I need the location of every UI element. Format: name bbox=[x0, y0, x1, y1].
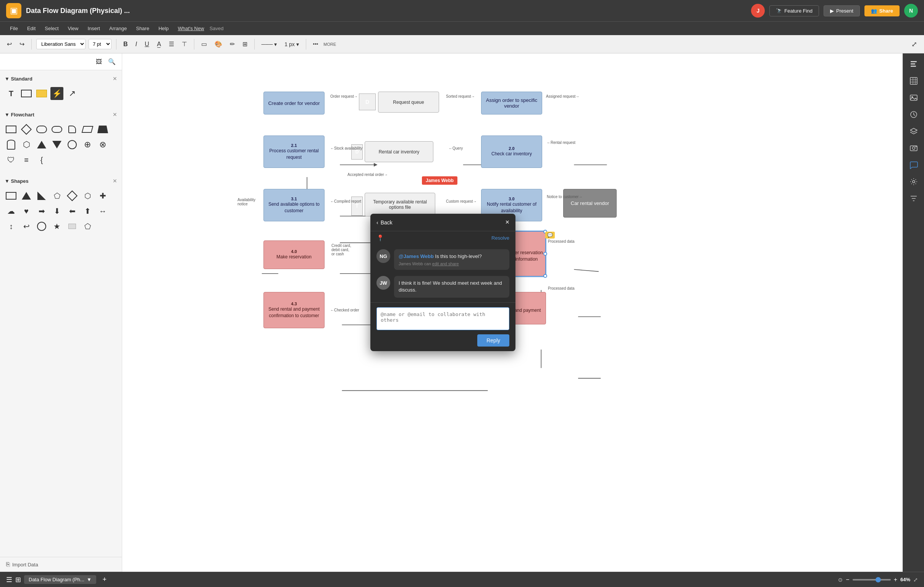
current-tab[interactable]: Data Flow Diagram (Ph... ▼ bbox=[24, 575, 96, 584]
fc-parallelogram[interactable] bbox=[81, 123, 94, 136]
fc-rounded[interactable] bbox=[35, 123, 48, 136]
sh-circle[interactable] bbox=[35, 220, 48, 233]
add-tab-button[interactable]: + bbox=[99, 574, 110, 585]
shape-text[interactable]: T bbox=[5, 87, 18, 100]
sh-cloud[interactable]: ☁ bbox=[5, 204, 18, 218]
stroke-button[interactable]: ✏ bbox=[228, 39, 237, 49]
standard-section-header[interactable]: ▼ Standard ✕ bbox=[5, 73, 117, 84]
menu-insert[interactable]: Insert bbox=[84, 24, 104, 33]
shape-button[interactable]: ▭ bbox=[199, 39, 209, 49]
back-button[interactable]: ‹ Back bbox=[376, 219, 393, 226]
sh-rect[interactable] bbox=[5, 189, 18, 202]
sh-heart[interactable]: ♥ bbox=[20, 204, 33, 218]
sh-star[interactable]: ★ bbox=[50, 220, 63, 233]
sh-hexagon[interactable]: ⬡ bbox=[81, 189, 94, 202]
fill-button[interactable]: 🎨 bbox=[212, 39, 224, 49]
canvas-area[interactable]: Create order for vendor D Request queue … bbox=[122, 53, 903, 572]
redo-button[interactable]: ↪ bbox=[17, 39, 27, 49]
fc-plus[interactable]: ⊕ bbox=[81, 138, 94, 151]
menu-file[interactable]: File bbox=[6, 24, 22, 33]
line-width-button[interactable]: 1 px ▾ bbox=[282, 40, 301, 49]
right-panel-format[interactable] bbox=[906, 56, 921, 72]
right-panel-image[interactable] bbox=[906, 90, 921, 106]
present-button[interactable]: ▶ Present bbox=[823, 5, 860, 16]
zoom-out-button[interactable]: − bbox=[846, 576, 849, 583]
node-check-inventory[interactable]: 2.0 Check car inventory bbox=[481, 135, 542, 168]
close-comment-button[interactable]: × bbox=[505, 218, 509, 226]
node-assign-order[interactable]: Assign order to specific vendor bbox=[481, 92, 542, 114]
text-align-button[interactable]: ⊤ bbox=[180, 39, 190, 49]
underline-button[interactable]: U bbox=[142, 39, 152, 49]
fc-rect[interactable] bbox=[5, 123, 18, 136]
font-size-selector[interactable]: 7 pt bbox=[89, 39, 112, 49]
sh-pentagon[interactable]: ⬠ bbox=[50, 189, 63, 202]
sh-arrow-up[interactable]: ⬆ bbox=[81, 204, 94, 218]
node-process-rental[interactable]: 2.1 Process customer rental request bbox=[264, 135, 325, 168]
fc-scroll[interactable] bbox=[66, 123, 79, 136]
fc-circle-x[interactable]: ⊗ bbox=[96, 138, 109, 151]
fc-trapezoid[interactable] bbox=[96, 123, 109, 136]
shapes-section-header[interactable]: ▼ Shapes ✕ bbox=[5, 176, 117, 186]
right-panel-settings[interactable] bbox=[906, 174, 921, 189]
sh-arrow-left[interactable]: ⬅ bbox=[66, 204, 79, 218]
fc-stadium[interactable] bbox=[50, 123, 63, 136]
share-button[interactable]: 👥 Share bbox=[865, 5, 899, 16]
right-panel-chat[interactable] bbox=[906, 157, 921, 173]
sh-cross[interactable]: ✚ bbox=[96, 189, 109, 202]
zoom-slider[interactable] bbox=[853, 579, 891, 580]
fc-triangle-up[interactable] bbox=[35, 138, 48, 151]
sh-curved-arrow[interactable]: ↩ bbox=[20, 220, 33, 233]
flowchart-section-close[interactable]: ✕ bbox=[113, 111, 117, 117]
node-send-confirmation[interactable]: 4.3 Send rental and payment confirmation… bbox=[264, 292, 325, 328]
right-panel-filter[interactable] bbox=[906, 191, 921, 206]
sh-rhombus[interactable] bbox=[66, 189, 79, 202]
node-car-rental-vendor[interactable]: Car rental vendor bbox=[563, 189, 617, 218]
sh-double-arrow[interactable]: ↔ bbox=[96, 204, 109, 218]
connection-button[interactable]: ⊞ bbox=[240, 39, 250, 49]
zoom-fit-button[interactable]: ⤢ bbox=[913, 577, 918, 583]
fc-shield[interactable]: 🛡 bbox=[5, 153, 18, 167]
edit-share-link[interactable]: edit and share bbox=[432, 261, 459, 266]
feature-find-button[interactable]: 🔭 Feature Find bbox=[769, 5, 819, 16]
node-rental-inventory[interactable]: Rental car inventory bbox=[365, 141, 433, 162]
comment-input[interactable] bbox=[376, 307, 509, 330]
right-panel-clock[interactable] bbox=[906, 107, 921, 122]
node-request-queue[interactable]: Request queue bbox=[378, 92, 439, 112]
zoom-in-button[interactable]: + bbox=[894, 576, 897, 583]
shapes-image-button[interactable]: 🖼 bbox=[94, 58, 104, 66]
fc-curly[interactable]: { bbox=[35, 153, 48, 167]
node-make-reservation[interactable]: 4.0 Make reservation bbox=[264, 241, 325, 269]
node-temp-options[interactable]: Temporary available rental options file bbox=[365, 193, 435, 216]
shape-rect-yellow[interactable] bbox=[35, 87, 48, 100]
more-button[interactable]: ••• bbox=[311, 40, 321, 48]
shape-lightning[interactable]: ⚡ bbox=[50, 87, 63, 100]
menu-whats-new[interactable]: What's New bbox=[174, 24, 208, 33]
sh-polygon[interactable]: ⬠ bbox=[81, 220, 94, 233]
menu-select[interactable]: Select bbox=[41, 24, 62, 33]
sh-triangle[interactable] bbox=[20, 189, 33, 202]
flowchart-section-header[interactable]: ▼ Flowchart ✕ bbox=[5, 109, 117, 120]
font-selector[interactable]: Liberation Sans bbox=[36, 39, 86, 49]
fc-chevron[interactable]: ⬡ bbox=[20, 138, 33, 151]
undo-button[interactable]: ↩ bbox=[5, 39, 14, 49]
menu-arrange[interactable]: Arrange bbox=[106, 24, 130, 33]
fc-circle[interactable] bbox=[66, 138, 79, 151]
sh-small-rect[interactable] bbox=[66, 220, 79, 233]
sh-updown-arrow[interactable]: ↕ bbox=[5, 220, 18, 233]
line-style-button[interactable]: ─── ▾ bbox=[259, 40, 279, 49]
menu-edit[interactable]: Edit bbox=[23, 24, 39, 33]
import-data-button[interactable]: ⎘ Import Data bbox=[0, 557, 122, 572]
sh-arrow-right[interactable]: ➡ bbox=[35, 204, 48, 218]
shapes-search-button[interactable]: 🔍 bbox=[107, 57, 117, 66]
fc-cylinder[interactable] bbox=[5, 138, 18, 151]
node-send-options[interactable]: 3.1 Send available options to customer bbox=[264, 189, 325, 221]
standard-section-close[interactable]: ✕ bbox=[113, 76, 117, 82]
right-panel-layers[interactable] bbox=[906, 124, 921, 139]
menu-help[interactable]: Help bbox=[155, 24, 173, 33]
sh-rt-triangle[interactable] bbox=[35, 189, 48, 202]
list-view-button[interactable]: ☰ bbox=[6, 575, 12, 584]
right-panel-table[interactable] bbox=[906, 73, 921, 89]
bold-button[interactable]: B bbox=[121, 39, 130, 49]
comment-badge[interactable]: 💬 bbox=[545, 232, 555, 239]
shapes-section-close[interactable]: ✕ bbox=[113, 178, 117, 184]
